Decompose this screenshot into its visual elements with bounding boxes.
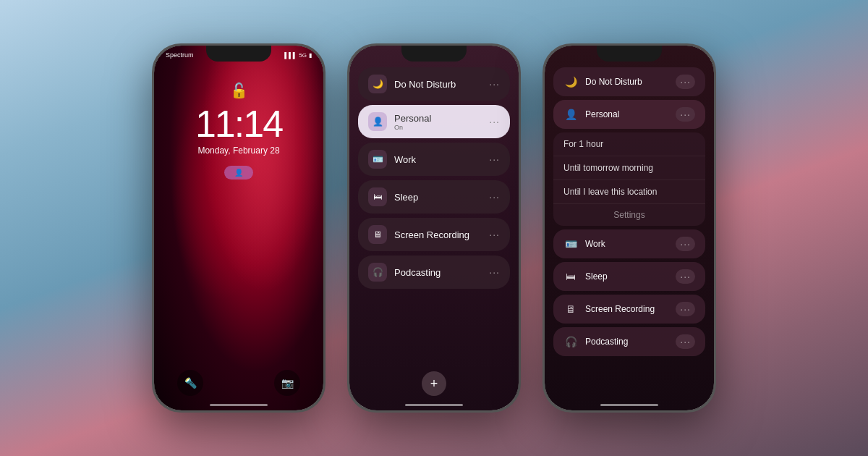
exp-work-row[interactable]: 🪪 Work ··· <box>553 229 705 258</box>
exp-work-label: Work <box>585 239 605 249</box>
lock-date: Monday, February 28 <box>197 145 279 156</box>
carrier-label: Spectrum <box>166 51 194 59</box>
sleep-icon: 🛏 <box>368 187 387 206</box>
exp-dnd-label: Do Not Disturb <box>585 77 642 87</box>
podcasting-more[interactable]: ··· <box>489 266 500 278</box>
submenu-for-1-hour[interactable]: For 1 hour <box>553 132 705 156</box>
exp-podcasting-row[interactable]: 🎧 Podcasting ··· <box>553 327 705 356</box>
personal-status: On <box>394 124 431 131</box>
exp-screen-recording-icon: 🖥 <box>563 303 578 315</box>
exp-personal-label: Personal <box>585 109 619 119</box>
lock-screen-bottom: 🔦 📷 <box>154 370 323 396</box>
personal-more[interactable]: ··· <box>489 116 500 127</box>
exp-dnd-icon: 🌙 <box>563 76 578 88</box>
podcasting-icon: 🎧 <box>368 263 387 282</box>
dnd-label: Do Not Disturb <box>394 79 456 90</box>
focus-item-screen-recording[interactable]: 🖥 Screen Recording ··· <box>358 218 510 251</box>
focus-item-podcasting[interactable]: 🎧 Podcasting ··· <box>358 256 510 289</box>
screen-recording-label: Screen Recording <box>394 229 469 240</box>
signal-bars: ▌▌▌ <box>284 52 297 59</box>
exp-sleep-label: Sleep <box>585 271 608 282</box>
screen-recording-icon: 🖥 <box>368 225 387 244</box>
signal-area: ▌▌▌ 5G ▮ <box>284 52 312 59</box>
lock-screen-content: 🔓 11:14 Monday, February 28 👤 <box>154 82 323 180</box>
profile-pill-icon: 👤 <box>234 169 243 177</box>
personal-icon: 👤 <box>368 112 387 131</box>
podcasting-label: Podcasting <box>394 267 441 278</box>
focus-item-do-not-disturb[interactable]: 🌙 Do Not Disturb ··· <box>358 67 510 101</box>
screen-recording-more[interactable]: ··· <box>489 229 500 240</box>
exp-personal-more[interactable]: ··· <box>676 107 695 122</box>
lock-time: 11:14 <box>195 105 282 143</box>
flashlight-button[interactable]: 🔦 <box>177 370 203 396</box>
focus-item-sleep[interactable]: 🛏 Sleep ··· <box>358 180 510 214</box>
exp-personal-icon: 👤 <box>563 109 578 120</box>
notch-1 <box>206 46 271 62</box>
home-bar-2 <box>405 404 463 406</box>
focus-item-work[interactable]: 🪪 Work ··· <box>358 143 510 176</box>
add-focus-button[interactable]: + <box>422 371 446 396</box>
battery-icon: ▮ <box>309 52 312 59</box>
expanded-focus-menu: 🌙 Do Not Disturb ··· 👤 Personal ··· For … <box>553 67 705 360</box>
sleep-label: Sleep <box>394 192 418 203</box>
exp-podcasting-more[interactable]: ··· <box>676 334 695 349</box>
lock-icon: 🔓 <box>230 82 248 99</box>
submenu-settings[interactable]: Settings <box>553 204 705 226</box>
dnd-icon: 🌙 <box>368 75 387 93</box>
network-type: 5G <box>299 52 307 59</box>
exp-sleep-more[interactable]: ··· <box>676 269 695 284</box>
submenu-until-location[interactable]: Until I leave this location <box>553 180 705 204</box>
profile-pill[interactable]: 👤 <box>224 166 253 180</box>
exp-personal-row[interactable]: 👤 Personal ··· <box>553 100 705 129</box>
exp-screen-recording-more[interactable]: ··· <box>676 302 695 316</box>
phone-2: 🌙 Do Not Disturb ··· 👤 Personal On <box>347 43 521 413</box>
submenu-until-tomorrow[interactable]: Until tomorrow morning <box>553 156 705 180</box>
focus-item-personal[interactable]: 👤 Personal On ··· <box>358 105 510 138</box>
exp-screen-recording-label: Screen Recording <box>585 304 655 314</box>
exp-dnd-row[interactable]: 🌙 Do Not Disturb ··· <box>553 67 705 96</box>
focus-list: 🌙 Do Not Disturb ··· 👤 Personal On <box>358 67 510 289</box>
notch-3 <box>597 46 662 62</box>
personal-submenu: For 1 hour Until tomorrow morning Until … <box>553 132 705 226</box>
exp-podcasting-label: Podcasting <box>585 337 628 347</box>
home-bar-3 <box>600 404 658 406</box>
sleep-more[interactable]: ··· <box>489 191 500 203</box>
personal-label: Personal <box>394 113 431 124</box>
work-icon: 🪪 <box>368 150 387 169</box>
phone-3: 🌙 Do Not Disturb ··· 👤 Personal ··· For … <box>542 43 716 413</box>
notch-2 <box>401 46 467 62</box>
work-label: Work <box>394 154 416 165</box>
exp-sleep-row[interactable]: 🛏 Sleep ··· <box>553 262 705 291</box>
exp-work-more[interactable]: ··· <box>676 237 695 251</box>
exp-sleep-icon: 🛏 <box>563 271 578 282</box>
exp-screen-recording-row[interactable]: 🖥 Screen Recording ··· <box>553 295 705 324</box>
home-bar-1 <box>210 404 268 406</box>
exp-work-icon: 🪪 <box>563 238 578 250</box>
exp-podcasting-icon: 🎧 <box>563 336 578 347</box>
exp-dnd-more[interactable]: ··· <box>676 75 695 89</box>
dnd-more[interactable]: ··· <box>489 78 500 90</box>
camera-button[interactable]: 📷 <box>274 370 300 396</box>
phone-1: Spectrum ▌▌▌ 5G ▮ 🔓 11:14 Monday, Februa… <box>152 43 326 413</box>
work-more[interactable]: ··· <box>489 153 500 165</box>
